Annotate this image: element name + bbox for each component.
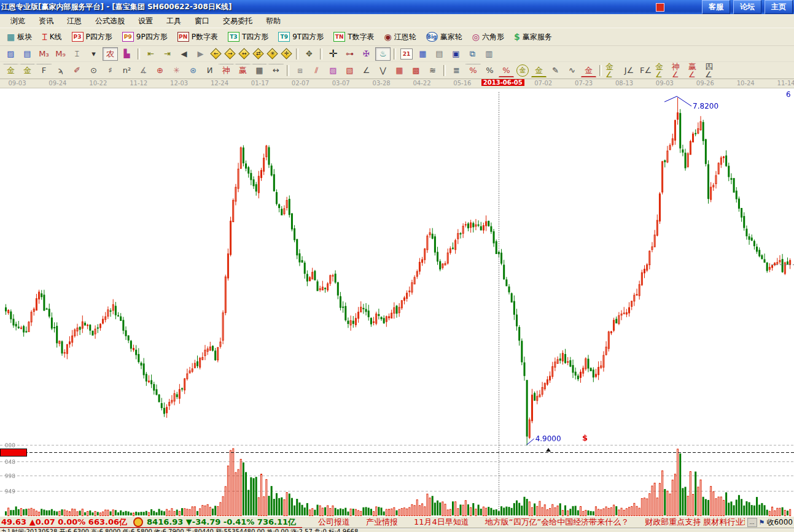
- percent-icon[interactable]: %: [482, 64, 497, 77]
- save-icon[interactable]: ▣: [448, 47, 464, 61]
- menu-tools[interactable]: 工具: [160, 14, 188, 28]
- next-page-icon[interactable]: ▶: [193, 47, 208, 61]
- radial-burst-icon[interactable]: ✳: [169, 64, 184, 77]
- zoom-out-diamond-icon[interactable]: ↔: [238, 48, 249, 59]
- news-item-link[interactable]: 11月4日早知道: [414, 517, 469, 526]
- candle-type-dropdown-icon[interactable]: ▾: [86, 47, 101, 61]
- ticker-right-label[interactable]: 收6000: [766, 517, 793, 528]
- volume-view-icon[interactable]: ▙: [119, 47, 134, 61]
- menu-help[interactable]: 帮助: [259, 14, 287, 28]
- kline-view-icon[interactable]: 农: [103, 47, 118, 61]
- smart-analysis-icon[interactable]: ♨: [375, 47, 391, 61]
- tick-comb-icon[interactable]: ♯: [103, 64, 118, 77]
- j-angle-icon[interactable]: J∠: [621, 64, 637, 77]
- news-item-link[interactable]: 公司报道: [318, 517, 350, 526]
- t-square-button[interactable]: T3T四方形: [226, 31, 270, 44]
- export-icon[interactable]: ⧉: [465, 47, 480, 61]
- price-grid-icon[interactable]: ▦: [392, 64, 407, 77]
- swap-diamond-icon[interactable]: ⇄: [252, 48, 263, 59]
- gold-angle-icon[interactable]: 金∠: [655, 64, 670, 77]
- scroll-left-diamond-icon[interactable]: ←: [210, 48, 221, 59]
- kline-button[interactable]: ⌶K线: [40, 31, 63, 44]
- count-ruler-icon[interactable]: ▦: [252, 64, 267, 77]
- brush-icon[interactable]: ✐: [69, 64, 85, 77]
- menu-settings[interactable]: 设置: [131, 14, 160, 28]
- notepad-icon[interactable]: ▤: [432, 47, 447, 61]
- n-squared-icon[interactable]: n²: [119, 64, 134, 77]
- quote-report-icon[interactable]: ▤: [20, 47, 35, 61]
- menu-formula-pick[interactable]: 公式选股: [88, 14, 131, 28]
- spiral-icon[interactable]: ϡ: [53, 64, 68, 77]
- gann-tools-icon[interactable]: ✠: [359, 47, 374, 61]
- shen-grid-icon[interactable]: 神: [219, 64, 234, 77]
- first-page-icon[interactable]: ⇤: [143, 47, 158, 61]
- layout-chart-icon[interactable]: ▨: [3, 47, 18, 61]
- last-page-icon[interactable]: ⇥: [160, 47, 175, 61]
- pan-hand-icon[interactable]: ✥: [302, 47, 317, 61]
- titlebar-button-service[interactable]: 客服: [702, 0, 730, 14]
- ying-grid-icon[interactable]: 赢: [235, 64, 251, 77]
- n-wave-icon[interactable]: И: [202, 64, 217, 77]
- degree-circle-icon[interactable]: ⊙: [86, 64, 101, 77]
- scroll-right-diamond-icon[interactable]: →: [224, 48, 235, 59]
- t9-square-button[interactable]: T99T四方形: [276, 31, 325, 44]
- print-icon[interactable]: ▥: [481, 47, 497, 61]
- f-angle-icon[interactable]: F∠: [638, 64, 653, 77]
- gold-slash-icon[interactable]: 金∠: [605, 64, 620, 77]
- kline-chart-canvas[interactable]: [0, 88, 794, 516]
- pn-table-button[interactable]: PNP数字表: [176, 31, 220, 44]
- tn-table-button[interactable]: TNT数字表: [332, 31, 376, 44]
- gold-baseline-icon[interactable]: 金: [581, 63, 596, 77]
- menu-gann[interactable]: 江恩: [60, 14, 88, 28]
- fan-square-icon[interactable]: ▨: [325, 64, 341, 77]
- menu-trade-entrust[interactable]: 交易委托: [216, 14, 259, 28]
- measure-segment-icon[interactable]: ⊶: [342, 47, 357, 61]
- winner-service-button[interactable]: $赢家服务: [512, 31, 554, 44]
- time-grid-icon[interactable]: ▩: [408, 64, 424, 77]
- fan-lines-icon[interactable]: ⫽: [309, 64, 324, 77]
- gann-circle-icon[interactable]: ⊕: [152, 64, 168, 77]
- box-tool-icon[interactable]: ⧈: [292, 64, 308, 77]
- winner-wheel-button[interactable]: Big赢家轮: [424, 31, 464, 44]
- calculator-icon[interactable]: ▦: [415, 47, 430, 61]
- crosshair-icon[interactable]: ✛: [325, 47, 341, 61]
- news-item-link[interactable]: 地方版“四万亿”会给中国经济带来什么？: [485, 517, 629, 526]
- boxed-burst-icon[interactable]: ⊛: [185, 64, 201, 77]
- expand-diamond-icon[interactable]: ✛: [281, 48, 292, 59]
- channel-lines-icon[interactable]: ≋: [425, 64, 440, 77]
- sector-button[interactable]: ▦板块: [5, 31, 34, 44]
- span-arrow-icon[interactable]: ↔: [268, 64, 284, 77]
- angle-lines-icon[interactable]: ∠: [359, 64, 374, 77]
- gann-wheel-button[interactable]: ◉江恩轮: [383, 31, 418, 44]
- gold-ruler-icon[interactable]: 金: [3, 64, 18, 77]
- menu-window[interactable]: 窗口: [188, 14, 216, 28]
- pen-number-icon[interactable]: ✎: [548, 64, 563, 77]
- mirror-fold-icon[interactable]: ∡: [136, 64, 151, 77]
- p9-square-button[interactable]: P99P四方形: [120, 31, 169, 44]
- titlebar-button-home[interactable]: 主页: [765, 0, 793, 14]
- calendar-icon[interactable]: 21: [400, 48, 413, 60]
- ticker-flag-icon[interactable]: ⚑: [759, 519, 765, 526]
- gold-levels-icon[interactable]: 金: [531, 63, 547, 77]
- titlebar-button-forum[interactable]: 论坛: [733, 0, 761, 14]
- mini-chart9-icon[interactable]: M₉: [53, 47, 68, 61]
- hexagon-button[interactable]: ◎六角形: [470, 31, 506, 44]
- fib-ruler-icon[interactable]: F: [36, 64, 52, 77]
- gold-circle-icon[interactable]: 金: [516, 64, 529, 77]
- menu-news[interactable]: 资讯: [32, 14, 60, 28]
- scale-table-icon[interactable]: ≣: [449, 64, 464, 77]
- si-angle-icon[interactable]: 四∠: [704, 64, 720, 77]
- wave-band-icon[interactable]: ∿: [564, 64, 580, 77]
- shen-angle-icon[interactable]: 神∠: [671, 64, 687, 77]
- mini-chart3-icon[interactable]: M₃: [36, 47, 52, 61]
- candle-type-icon[interactable]: ⌶: [69, 47, 85, 61]
- gold-ruler-alt-icon[interactable]: 金: [20, 64, 35, 77]
- ticker-collapse-button[interactable]: …: [747, 518, 757, 527]
- p-square-button[interactable]: P3P四方形: [70, 31, 114, 44]
- prev-page-icon[interactable]: ◀: [176, 47, 192, 61]
- menu-browse[interactable]: 浏览: [4, 14, 32, 28]
- percent-retrace-icon[interactable]: %: [465, 64, 481, 77]
- percent-levels-icon[interactable]: %: [499, 63, 514, 77]
- fan-square2-icon[interactable]: ▧: [342, 64, 357, 77]
- news-item-link[interactable]: 产业情报: [366, 517, 398, 526]
